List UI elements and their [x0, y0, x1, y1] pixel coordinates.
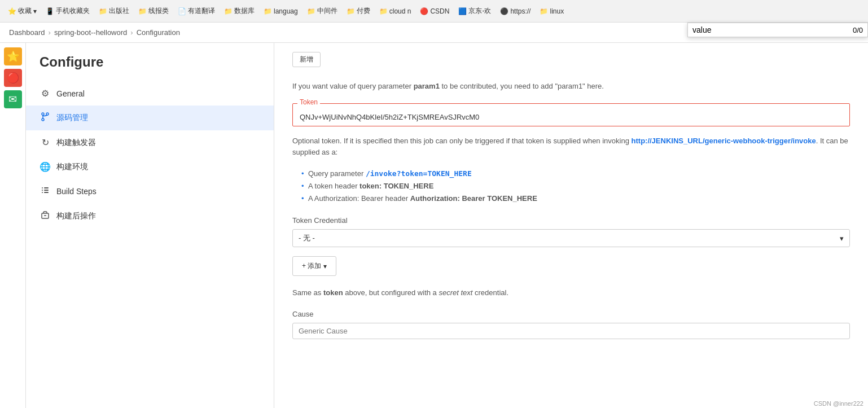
token-description: Optional token. If it is specified then …: [292, 135, 850, 159]
nav-label-build-steps: Build Steps: [56, 187, 97, 196]
bookmark-item[interactable]: 📁数据库: [221, 5, 258, 17]
nav-item-post-build[interactable]: 构建后操作: [26, 204, 274, 229]
content-area: 新增 If you want value of query parameter …: [274, 43, 868, 408]
token-credential-label: Token Credential: [292, 216, 850, 225]
svg-rect-5: [44, 187, 49, 188]
ext-icon-mail[interactable]: ✉: [4, 90, 22, 108]
bookmark-item[interactable]: 📁languag: [260, 6, 301, 16]
token-input[interactable]: [293, 108, 849, 126]
configure-title: Configure: [26, 54, 274, 81]
bookmark-item[interactable]: 📁付费: [343, 5, 374, 17]
svg-point-1: [42, 119, 44, 121]
nav-label-trigger: 构建触发器: [56, 138, 96, 148]
ext-icon-red[interactable]: 🔴: [4, 69, 22, 87]
chevron-down-icon-small: ▾: [323, 262, 327, 270]
fork-icon: [40, 112, 51, 124]
cause-label: Cause: [292, 310, 850, 318]
token-credential-select[interactable]: - 无 - ▾: [292, 229, 850, 247]
search-input[interactable]: [692, 25, 848, 34]
bookmark-item[interactable]: 🟦京东-欢: [455, 5, 494, 17]
chevron-down-icon: ▾: [840, 234, 844, 243]
add-button[interactable]: 新增: [292, 52, 321, 67]
search-count: 0/0: [853, 26, 863, 34]
nav-label-source: 源码管理: [56, 113, 88, 123]
nav-item-general[interactable]: ⚙ General: [26, 81, 274, 106]
nav-item-source[interactable]: 源码管理: [26, 106, 274, 130]
bullet-item-0: Query parameter /invoke?token=TOKEN_HERE: [301, 168, 850, 180]
nav-label-env: 构建环境: [56, 162, 88, 172]
bookmark-bar: ⭐收藏▾📱手机收藏夹📁出版社📁线报类📄有道翻译📁数据库📁languag📁中间件📁…: [5, 5, 863, 17]
cause-input[interactable]: [292, 323, 850, 339]
bookmark-item[interactable]: 🔴CSDN: [417, 6, 453, 16]
bookmark-item[interactable]: 📁cloud n: [376, 6, 415, 16]
add-more-button[interactable]: + 添加 ▾: [292, 256, 336, 276]
globe-icon: 🌐: [40, 161, 51, 172]
nav-label-post-build: 构建后操作: [56, 211, 96, 221]
bullet-item-1: A token header token: TOKEN_HERE: [301, 180, 850, 192]
svg-rect-6: [42, 190, 43, 191]
breadcrumb-project[interactable]: spring-boot--helloword: [54, 28, 127, 37]
bookmark-item[interactable]: ⭐收藏▾: [5, 5, 40, 17]
browser-toolbar: ⭐收藏▾📱手机收藏夹📁出版社📁线报类📄有道翻译📁数据库📁languag📁中间件📁…: [0, 0, 868, 23]
same-as-text: Same as token above, but configured with…: [292, 287, 850, 299]
gear-icon: ⚙: [40, 88, 51, 99]
info-text: If you want value of query parameter par…: [292, 81, 850, 92]
svg-rect-7: [44, 190, 49, 191]
watermark: CSDN @inner222: [814, 400, 863, 407]
bullet-item-2: A Authorization: Bearer header Authoriza…: [301, 192, 850, 205]
breadcrumb-dashboard[interactable]: Dashboard: [9, 28, 45, 37]
bookmark-item[interactable]: 📄有道翻译: [174, 5, 218, 17]
nav-sidebar: Configure ⚙ General 源码管理 ↻ 构建触发器 🌐 构建环境 …: [26, 43, 274, 408]
nav-item-env[interactable]: 🌐 构建环境: [26, 155, 274, 179]
refresh-icon: ↻: [40, 137, 51, 148]
token-section-label: Token: [297, 98, 320, 106]
svg-rect-8: [42, 192, 43, 193]
bookmark-item[interactable]: 📱手机收藏夹: [42, 5, 93, 17]
bookmark-item[interactable]: 📁linux: [536, 6, 567, 16]
extension-sidebar: ⭐ 🔴 ✉: [0, 43, 26, 408]
bookmark-item[interactable]: 📁线报类: [135, 5, 172, 17]
list-icon: [40, 186, 51, 197]
svg-point-2: [46, 113, 49, 115]
bookmark-item[interactable]: ⚫https://: [497, 6, 534, 16]
ext-icon-star[interactable]: ⭐: [4, 47, 22, 65]
svg-rect-9: [44, 192, 49, 193]
main-layout: ⭐ 🔴 ✉ Configure ⚙ General 源码管理 ↻ 构建触发器 🌐…: [0, 43, 868, 408]
search-overlay: 0/0: [687, 23, 868, 37]
breadcrumb-config[interactable]: Configuration: [137, 28, 180, 37]
svg-point-0: [42, 113, 44, 115]
svg-rect-4: [42, 187, 43, 188]
bullet-list: Query parameter /invoke?token=TOKEN_HERE…: [292, 168, 850, 205]
bookmark-item[interactable]: 📁中间件: [304, 5, 341, 17]
bookmark-item[interactable]: 📁出版社: [95, 5, 133, 17]
package-icon: [40, 210, 51, 222]
nav-item-build-steps[interactable]: Build Steps: [26, 179, 274, 204]
nav-item-trigger[interactable]: ↻ 构建触发器: [26, 130, 274, 155]
cause-section: Cause: [292, 310, 850, 339]
jenkins-url-link[interactable]: http://JENKINS_URL/generic-webhook-trigg…: [632, 137, 816, 145]
nav-label-general: General: [56, 89, 85, 98]
